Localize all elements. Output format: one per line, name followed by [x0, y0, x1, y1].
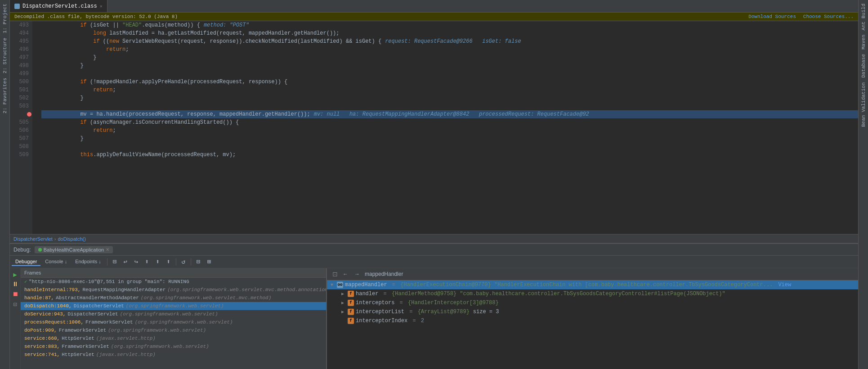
code-line-495: if ((new ServletWebRequest(request, resp…: [41, 37, 858, 45]
tab-label: DispatcherServlet.class: [22, 3, 97, 9]
toolbar-step-out[interactable]: ⬆: [142, 257, 152, 267]
frames-list: ✓ "http-nio-8086-exec-10"@7,551 in group…: [21, 278, 326, 369]
sidebar-structure[interactable]: 2: Structure: [1, 36, 9, 75]
sidebar-project[interactable]: 1: Project: [1, 2, 9, 35]
debug-header: Debug: BabyHealthCareApplication ✕: [10, 244, 858, 256]
sidebar-database[interactable]: Database: [860, 52, 867, 80]
stop-btn[interactable]: ⏹: [11, 290, 20, 299]
tab-console[interactable]: Console ↓: [41, 258, 71, 266]
frame-item-service3[interactable]: service:741, HttpServlet (javax.servlet.…: [21, 351, 326, 359]
frame-item-handleInternal[interactable]: handleInternal:793, RequestMappingHandle…: [21, 286, 326, 294]
var-item-mappedHandler[interactable]: ▼ oo mappedHandler = {HandlerExecutionCh…: [327, 280, 858, 289]
toolbar-settings[interactable]: ⊟: [193, 257, 203, 267]
sidebar-favorites[interactable]: 2: Favorites: [1, 76, 9, 115]
class-icon: [14, 4, 20, 9]
decompiled-text: Decompiled .class file, bytecode version…: [14, 14, 178, 19]
toolbar-drop-frame[interactable]: ↺: [179, 257, 188, 267]
toolbar-sep-3: [191, 258, 191, 266]
line-num-497: 497: [10, 54, 32, 62]
var-val-interceptors: {HandlerInterceptor[3]@9788}: [408, 300, 499, 306]
var-val-handler: {HandlerMethod@9758} "com.baby.healthcar…: [392, 291, 725, 297]
debug-panel: Debug: BabyHealthCareApplication ✕ Debug…: [10, 243, 858, 369]
code-line-503: [41, 102, 858, 110]
mute-btn[interactable]: ⊡: [11, 300, 20, 309]
breadcrumb-method[interactable]: doDispatch(): [58, 236, 86, 242]
toolbar-restore-layout[interactable]: ⊟: [110, 257, 120, 267]
code-line-508: [41, 143, 858, 151]
right-sidebar: Ant Build Maven Database Bean Validation: [858, 0, 868, 369]
frame-pkg-5: (org.springframework.web.servlet): [135, 320, 233, 325]
sidebar-bean-validation[interactable]: Bean Validation: [860, 81, 867, 129]
tab-endpoints[interactable]: Endpoints ↓: [72, 258, 104, 266]
frame-item-service1[interactable]: service:660, HttpServlet (javax.servlet.…: [21, 334, 326, 342]
left-sidebar: 1: Project 2: Structure 2: Favorites: [0, 0, 10, 369]
view-link-mappedHandler[interactable]: View: [778, 282, 791, 288]
popup-title: mappedHandler: [365, 271, 403, 277]
editor-debug-split: 493 494 495 496 497 498 499 500 501 502 …: [10, 21, 858, 369]
main-area: DispatcherServlet.class ✕ Decompiled .cl…: [10, 0, 858, 369]
code-line-493: if (isGet || "HEAD".equals(method)) { me…: [41, 21, 858, 29]
debug-session-tab[interactable]: BabyHealthCareApplication ✕: [35, 246, 113, 253]
frame-item-doDispatch[interactable]: doDispatch:1040, DispatcherServlet (org.…: [21, 302, 326, 310]
line-num-496: 496: [10, 45, 32, 54]
toolbar-threads[interactable]: ⊞: [204, 257, 214, 267]
var-eq-3: =: [396, 300, 406, 306]
var-item-handler[interactable]: ▶ f handler = {HandlerMethod@9758} "com.…: [327, 289, 858, 298]
code-line-494: long lastModified = ha.getLastModified(r…: [41, 29, 858, 37]
frame-pkg-1: (org.springframework.web.servlet.mvc.met…: [167, 287, 326, 292]
expand-icon-interceptorIndex: [341, 319, 346, 324]
nav-forward-button[interactable]: →: [353, 270, 361, 278]
tab-dispatcher-servlet[interactable]: DispatcherServlet.class ✕: [10, 0, 107, 12]
frame-running-label: "http-nio-8086-exec-10"@7,551 in group "…: [29, 279, 189, 284]
code-line-497: }: [41, 54, 858, 62]
frame-item-handle[interactable]: handle:87, AbstractHandlerMethodAdapter …: [21, 294, 326, 302]
decompiled-links: Download Sources Choose Sources...: [748, 14, 854, 19]
line-num-504[interactable]: [10, 110, 32, 118]
resume-btn[interactable]: ▶: [11, 270, 20, 279]
frame-name-6: doPost:909,: [24, 328, 57, 333]
debug-toolbar: Debugger Console ↓ Endpoints ↓ ⊟ ↩ ↪ ⬆ ⬆…: [10, 256, 858, 268]
frame-name-5: processRequest:1006,: [24, 320, 84, 325]
code-content[interactable]: if (isGet || "HEAD".equals(method)) { me…: [40, 21, 858, 234]
var-item-interceptors[interactable]: ▶ f interceptors = {HandlerInterceptor[3…: [327, 298, 858, 307]
sidebar-ant-build[interactable]: Ant Build: [860, 2, 867, 32]
tab-debugger[interactable]: Debugger: [12, 258, 40, 266]
var-name-mappedHandler: mappedHandler: [345, 282, 387, 288]
frame-item-service2[interactable]: service:883, FrameworkServlet (org.sprin…: [21, 342, 326, 351]
line-num-493: 493: [10, 21, 32, 29]
frame-class-7: HttpServlet: [62, 336, 94, 341]
type-icon-f-interceptors: f: [348, 300, 354, 306]
session-close[interactable]: ✕: [106, 247, 109, 252]
frame-item-doPost[interactable]: doPost:909, FrameworkServlet (org.spring…: [21, 326, 326, 334]
breadcrumb-class[interactable]: DispatcherServlet: [13, 236, 53, 242]
toolbar-run-to-cursor[interactable]: ⬆: [153, 257, 163, 267]
sidebar-maven[interactable]: Maven: [860, 33, 867, 51]
code-line-501: return;: [41, 86, 858, 94]
toolbar-step-into[interactable]: ↪: [131, 257, 141, 267]
var-eq-5: =: [409, 318, 419, 324]
frame-item-doService[interactable]: doService:943, DispatcherServlet (org.sp…: [21, 310, 326, 318]
frame-item-running[interactable]: ✓ "http-nio-8086-exec-10"@7,551 in group…: [21, 278, 326, 286]
nav-back-button[interactable]: ←: [341, 270, 349, 278]
pause-btn[interactable]: ⏸: [11, 280, 20, 289]
var-name-interceptorList: interceptorList: [356, 309, 404, 315]
frame-item-processRequest[interactable]: processRequest:1006, FrameworkServlet (o…: [21, 318, 326, 326]
var-item-interceptorIndex[interactable]: f interceptorIndex = 2: [327, 316, 858, 325]
var-item-interceptorList[interactable]: ▶ f interceptorList = {ArrayList@9789} s…: [327, 307, 858, 316]
toolbar-evaluate[interactable]: ⬆: [164, 257, 174, 267]
toolbar-step-over[interactable]: ↩: [121, 257, 130, 267]
line-num-507: 507: [10, 135, 32, 143]
breakpoint-dot: [27, 112, 31, 117]
debug-actions: ▶ ⏸ ⏹ ⊡: [10, 268, 21, 369]
code-line-499: [41, 70, 858, 78]
debug-body: ▶ ⏸ ⏹ ⊡ Frames ✓ "http-nio-8086-exec-10"…: [10, 268, 858, 369]
frame-class-8: FrameworkServlet: [62, 344, 109, 349]
frame-class-4: DispatcherServlet: [67, 311, 118, 317]
choose-sources-link[interactable]: Choose Sources...: [803, 14, 854, 19]
code-line-502: }: [41, 94, 858, 102]
frames-panel: Frames ✓ "http-nio-8086-exec-10"@7,551 i…: [21, 268, 327, 369]
frame-name-8: service:883,: [24, 344, 60, 349]
expand-icon-mappedHandler: ▼: [331, 283, 335, 288]
tab-close-button[interactable]: ✕: [100, 4, 103, 9]
download-sources-link[interactable]: Download Sources: [748, 14, 796, 19]
